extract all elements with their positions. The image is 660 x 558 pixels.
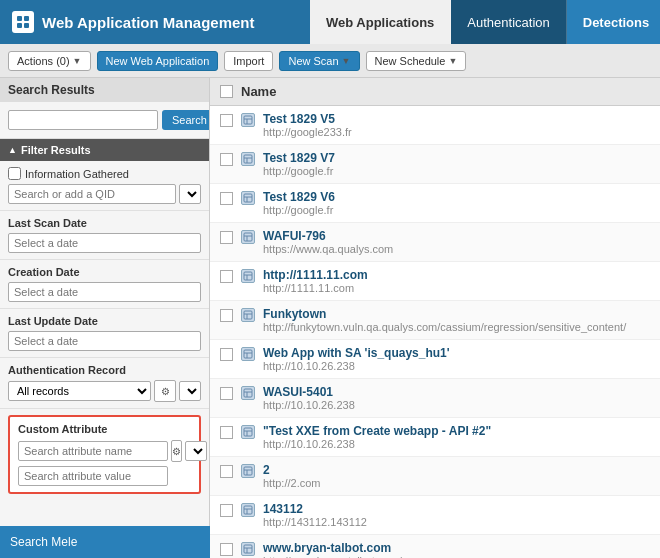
webapp-info: Funkytownhttp://funkytown.vuln.qa.qualys…	[263, 307, 650, 333]
webapp-icon	[241, 503, 255, 517]
webapp-name[interactable]: Funkytown	[263, 307, 650, 321]
webapp-url: http://google233.fr	[263, 126, 650, 138]
header-tabs: Web Applications Authentication Detectio…	[310, 0, 660, 44]
svg-rect-22	[244, 350, 252, 358]
webapp-checkbox[interactable]	[220, 231, 233, 244]
webapp-icon	[241, 230, 255, 244]
webapp-name[interactable]: Test 1829 V7	[263, 151, 650, 165]
auth-record-extra-select[interactable]: ▼	[179, 381, 201, 401]
select-all-checkbox[interactable]	[220, 85, 233, 98]
search-results-header: Search Results	[0, 78, 209, 102]
list-item: Funkytownhttp://funkytown.vuln.qa.qualys…	[210, 301, 660, 340]
new-web-application-button[interactable]: New Web Application	[97, 51, 219, 71]
svg-rect-1	[24, 16, 29, 21]
webapp-name[interactable]: http://1111.11.com	[263, 268, 650, 282]
last-scan-date-title: Last Scan Date	[8, 217, 201, 229]
new-scan-arrow-icon: ▼	[342, 56, 351, 66]
authentication-record-select[interactable]: All records	[8, 381, 151, 401]
authentication-record-title: Authentication Record	[8, 364, 201, 376]
svg-rect-4	[244, 116, 252, 124]
custom-attribute-box: Custom Attribute ⚙ ▼	[8, 415, 201, 494]
search-mele-footer[interactable]: Search Mele	[0, 526, 210, 558]
webapp-info: WAFUI-796https://www.qa.qualys.com	[263, 229, 650, 255]
qid-select[interactable]: ▼	[179, 184, 201, 204]
custom-attr-icon-btn[interactable]: ⚙	[171, 440, 182, 462]
webapp-url: http://google.fr	[263, 204, 650, 216]
webapp-icon	[241, 269, 255, 283]
webapp-info: www.bryan-talbot.comhttp://www.bryan-tal…	[263, 541, 650, 558]
webapp-checkbox[interactable]	[220, 309, 233, 322]
custom-attribute-value-input[interactable]	[18, 466, 168, 486]
webapp-list: Test 1829 V5http://google233.frTest 1829…	[210, 106, 660, 558]
webapp-name[interactable]: "Test XXE from Create webapp - API #2"	[263, 424, 650, 438]
webapp-url: https://www.qa.qualys.com	[263, 243, 650, 255]
svg-rect-34	[244, 506, 252, 514]
webapp-checkbox[interactable]	[220, 387, 233, 400]
webapp-name[interactable]: Web App with SA 'is_quays_hu1'	[263, 346, 650, 360]
webapp-checkbox[interactable]	[220, 504, 233, 517]
webapp-checkbox[interactable]	[220, 270, 233, 283]
webapp-checkbox[interactable]	[220, 192, 233, 205]
webapp-checkbox[interactable]	[220, 153, 233, 166]
webapp-name[interactable]: Test 1829 V6	[263, 190, 650, 204]
tab-authentication[interactable]: Authentication	[451, 0, 566, 44]
toolbar: Actions (0) ▼ New Web Application Import…	[0, 44, 660, 78]
list-item: 143112http://143112.143112	[210, 496, 660, 535]
custom-attr-select[interactable]: ▼	[185, 441, 207, 461]
webapp-name[interactable]: 2	[263, 463, 650, 477]
webapp-name[interactable]: Test 1829 V5	[263, 112, 650, 126]
svg-rect-0	[17, 16, 22, 21]
webapp-info: Test 1829 V5http://google233.fr	[263, 112, 650, 138]
svg-rect-2	[17, 23, 22, 28]
svg-rect-19	[244, 311, 252, 319]
webapp-checkbox[interactable]	[220, 114, 233, 127]
app-title-section: Web Application Management	[0, 0, 310, 44]
webapp-url: http://10.10.26.238	[263, 399, 650, 411]
last-update-date-input[interactable]	[8, 331, 201, 351]
new-scan-button[interactable]: New Scan ▼	[279, 51, 359, 71]
creation-date-input[interactable]	[8, 282, 201, 302]
webapp-name[interactable]: WASUI-5401	[263, 385, 650, 399]
tab-detections[interactable]: Detections	[567, 0, 660, 44]
webapp-url: http://10.10.26.238	[263, 438, 650, 450]
webapp-name[interactable]: 143112	[263, 502, 650, 516]
filter-results-toggle[interactable]: ▲ Filter Results	[0, 139, 209, 161]
webapp-icon	[241, 152, 255, 166]
name-column-header: Name	[241, 84, 276, 99]
creation-date-title: Creation Date	[8, 266, 201, 278]
webapp-icon	[241, 425, 255, 439]
search-input[interactable]	[8, 110, 158, 130]
information-gathered-checkbox[interactable]	[8, 167, 21, 180]
webapp-url: http://google.fr	[263, 165, 650, 177]
webapp-checkbox[interactable]	[220, 426, 233, 439]
qid-input[interactable]	[8, 184, 176, 204]
new-schedule-button[interactable]: New Schedule ▼	[366, 51, 467, 71]
auth-record-icon-btn[interactable]: ⚙	[154, 380, 176, 402]
webapp-icon	[241, 386, 255, 400]
webapp-checkbox[interactable]	[220, 465, 233, 478]
tab-web-applications[interactable]: Web Applications	[310, 0, 451, 44]
import-button[interactable]: Import	[224, 51, 273, 71]
search-button[interactable]: Search	[162, 110, 210, 130]
actions-arrow-icon: ▼	[73, 56, 82, 66]
svg-rect-13	[244, 233, 252, 241]
list-item: 2http://2.com	[210, 457, 660, 496]
webapp-info: Test 1829 V6http://google.fr	[263, 190, 650, 216]
actions-button[interactable]: Actions (0) ▼	[8, 51, 91, 71]
custom-attribute-name-input[interactable]	[18, 441, 168, 461]
list-item: www.bryan-talbot.comhttp://www.bryan-tal…	[210, 535, 660, 558]
sidebar-search-area: Search	[0, 102, 209, 139]
webapp-icon	[241, 113, 255, 127]
list-item: WASUI-5401http://10.10.26.238	[210, 379, 660, 418]
last-scan-date-input[interactable]	[8, 233, 201, 253]
webapp-icon	[241, 308, 255, 322]
webapp-info: "Test XXE from Create webapp - API #2"ht…	[263, 424, 650, 450]
webapp-icon	[241, 542, 255, 556]
app-icon	[12, 11, 34, 33]
webapp-name[interactable]: WAFUI-796	[263, 229, 650, 243]
webapp-checkbox[interactable]	[220, 348, 233, 361]
webapp-name[interactable]: www.bryan-talbot.com	[263, 541, 650, 555]
list-item: WAFUI-796https://www.qa.qualys.com	[210, 223, 660, 262]
webapp-checkbox[interactable]	[220, 543, 233, 556]
list-item: Test 1829 V7http://google.fr	[210, 145, 660, 184]
